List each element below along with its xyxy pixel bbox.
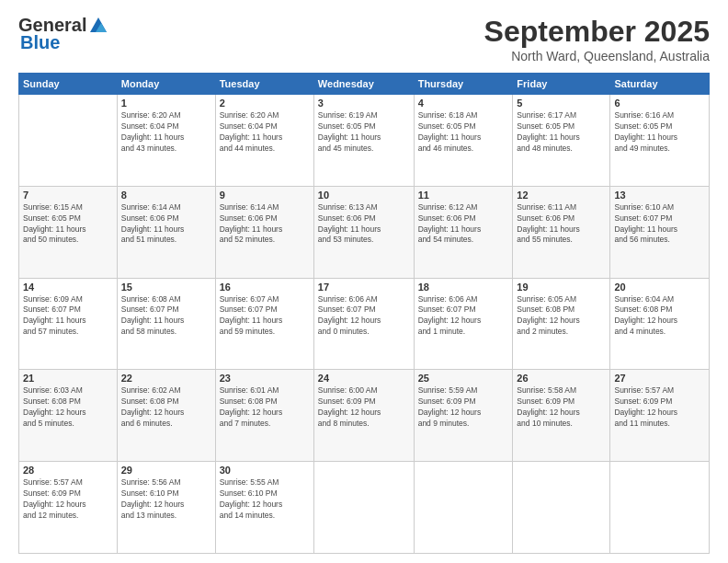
day-info: Sunrise: 6:01 AM Sunset: 6:08 PM Dayligh… <box>220 385 310 430</box>
calendar-cell: 13Sunrise: 6:10 AM Sunset: 6:07 PM Dayli… <box>610 186 710 278</box>
day-info: Sunrise: 6:05 AM Sunset: 6:08 PM Dayligh… <box>517 294 606 339</box>
day-info: Sunrise: 6:11 AM Sunset: 6:06 PM Dayligh… <box>517 202 606 247</box>
calendar-cell: 20Sunrise: 6:04 AM Sunset: 6:08 PM Dayli… <box>610 278 710 370</box>
day-info: Sunrise: 5:58 AM Sunset: 6:09 PM Dayligh… <box>517 385 606 430</box>
day-info: Sunrise: 6:15 AM Sunset: 6:05 PM Dayligh… <box>23 202 113 247</box>
calendar-cell: 8Sunrise: 6:14 AM Sunset: 6:06 PM Daylig… <box>117 186 215 278</box>
calendar-cell: 4Sunrise: 6:18 AM Sunset: 6:05 PM Daylig… <box>414 95 513 187</box>
day-info: Sunrise: 5:56 AM Sunset: 6:10 PM Dayligh… <box>121 477 211 522</box>
calendar-table: Sunday Monday Tuesday Wednesday Thursday… <box>18 73 710 554</box>
day-info: Sunrise: 5:55 AM Sunset: 6:10 PM Dayligh… <box>220 477 310 522</box>
calendar-cell: 22Sunrise: 6:02 AM Sunset: 6:08 PM Dayli… <box>117 370 215 462</box>
day-number: 11 <box>418 190 509 201</box>
day-info: Sunrise: 5:59 AM Sunset: 6:09 PM Dayligh… <box>418 385 509 430</box>
calendar-cell: 27Sunrise: 5:57 AM Sunset: 6:09 PM Dayli… <box>610 370 710 462</box>
week-row-4: 21Sunrise: 6:03 AM Sunset: 6:08 PM Dayli… <box>19 370 710 462</box>
day-number: 29 <box>121 465 211 476</box>
day-info: Sunrise: 6:09 AM Sunset: 6:07 PM Dayligh… <box>23 294 113 339</box>
calendar-cell: 29Sunrise: 5:56 AM Sunset: 6:10 PM Dayli… <box>117 462 215 554</box>
day-number: 27 <box>614 373 705 384</box>
day-info: Sunrise: 6:18 AM Sunset: 6:05 PM Dayligh… <box>418 110 509 155</box>
day-number: 4 <box>418 98 509 109</box>
day-info: Sunrise: 6:14 AM Sunset: 6:06 PM Dayligh… <box>121 202 211 247</box>
week-row-3: 14Sunrise: 6:09 AM Sunset: 6:07 PM Dayli… <box>19 278 710 370</box>
day-number: 19 <box>517 282 606 293</box>
calendar-cell: 2Sunrise: 6:20 AM Sunset: 6:04 PM Daylig… <box>215 95 313 187</box>
day-number: 8 <box>121 190 211 201</box>
calendar-cell: 9Sunrise: 6:14 AM Sunset: 6:06 PM Daylig… <box>215 186 313 278</box>
calendar-cell: 16Sunrise: 6:07 AM Sunset: 6:07 PM Dayli… <box>215 278 313 370</box>
day-number: 23 <box>220 373 310 384</box>
calendar-cell: 30Sunrise: 5:55 AM Sunset: 6:10 PM Dayli… <box>215 462 313 554</box>
day-info: Sunrise: 6:06 AM Sunset: 6:07 PM Dayligh… <box>318 294 410 339</box>
logo-blue: Blue <box>18 32 60 53</box>
day-number: 10 <box>318 190 410 201</box>
col-friday: Friday <box>513 74 610 95</box>
week-row-2: 7Sunrise: 6:15 AM Sunset: 6:05 PM Daylig… <box>19 186 710 278</box>
calendar-cell: 19Sunrise: 6:05 AM Sunset: 6:08 PM Dayli… <box>513 278 610 370</box>
day-number: 21 <box>23 373 113 384</box>
week-row-1: 1Sunrise: 6:20 AM Sunset: 6:04 PM Daylig… <box>19 95 710 187</box>
calendar-cell: 17Sunrise: 6:06 AM Sunset: 6:07 PM Dayli… <box>313 278 414 370</box>
day-number: 7 <box>23 190 113 201</box>
calendar-cell: 21Sunrise: 6:03 AM Sunset: 6:08 PM Dayli… <box>19 370 118 462</box>
calendar-header-row: Sunday Monday Tuesday Wednesday Thursday… <box>19 74 710 95</box>
day-number: 6 <box>614 98 705 109</box>
day-info: Sunrise: 6:20 AM Sunset: 6:04 PM Dayligh… <box>220 110 310 155</box>
day-number: 2 <box>220 98 310 109</box>
day-number: 3 <box>318 98 410 109</box>
day-info: Sunrise: 6:16 AM Sunset: 6:05 PM Dayligh… <box>614 110 705 155</box>
calendar-cell <box>414 462 513 554</box>
day-info: Sunrise: 6:19 AM Sunset: 6:05 PM Dayligh… <box>318 110 410 155</box>
col-thursday: Thursday <box>414 74 513 95</box>
calendar-cell: 23Sunrise: 6:01 AM Sunset: 6:08 PM Dayli… <box>215 370 313 462</box>
calendar-cell: 11Sunrise: 6:12 AM Sunset: 6:06 PM Dayli… <box>414 186 513 278</box>
day-info: Sunrise: 6:12 AM Sunset: 6:06 PM Dayligh… <box>418 202 509 247</box>
day-number: 5 <box>517 98 606 109</box>
col-saturday: Saturday <box>610 74 710 95</box>
location: North Ward, Queensland, Australia <box>484 49 710 63</box>
calendar-cell <box>610 462 710 554</box>
col-monday: Monday <box>117 74 215 95</box>
day-info: Sunrise: 6:06 AM Sunset: 6:07 PM Dayligh… <box>418 294 509 339</box>
calendar-cell: 5Sunrise: 6:17 AM Sunset: 6:05 PM Daylig… <box>513 95 610 187</box>
day-number: 30 <box>220 465 310 476</box>
month-title: September 2025 <box>484 15 710 49</box>
calendar-cell: 7Sunrise: 6:15 AM Sunset: 6:05 PM Daylig… <box>19 186 118 278</box>
calendar-cell: 28Sunrise: 5:57 AM Sunset: 6:09 PM Dayli… <box>19 462 118 554</box>
day-number: 20 <box>614 282 705 293</box>
day-info: Sunrise: 6:04 AM Sunset: 6:08 PM Dayligh… <box>614 294 705 339</box>
day-number: 26 <box>517 373 606 384</box>
day-number: 28 <box>23 465 113 476</box>
day-info: Sunrise: 6:00 AM Sunset: 6:09 PM Dayligh… <box>318 385 410 430</box>
day-number: 15 <box>121 282 211 293</box>
day-info: Sunrise: 5:57 AM Sunset: 6:09 PM Dayligh… <box>614 385 705 430</box>
calendar-cell: 10Sunrise: 6:13 AM Sunset: 6:06 PM Dayli… <box>313 186 414 278</box>
title-block: September 2025 North Ward, Queensland, A… <box>484 15 710 63</box>
day-info: Sunrise: 6:08 AM Sunset: 6:07 PM Dayligh… <box>121 294 211 339</box>
day-info: Sunrise: 5:57 AM Sunset: 6:09 PM Dayligh… <box>23 477 113 522</box>
day-number: 1 <box>121 98 211 109</box>
col-sunday: Sunday <box>19 74 118 95</box>
day-number: 16 <box>220 282 310 293</box>
col-tuesday: Tuesday <box>215 74 313 95</box>
logo: General Blue <box>18 15 108 53</box>
day-info: Sunrise: 6:14 AM Sunset: 6:06 PM Dayligh… <box>220 202 310 247</box>
calendar-cell: 3Sunrise: 6:19 AM Sunset: 6:05 PM Daylig… <box>313 95 414 187</box>
calendar-cell <box>19 95 118 187</box>
calendar-cell: 14Sunrise: 6:09 AM Sunset: 6:07 PM Dayli… <box>19 278 118 370</box>
calendar-cell: 24Sunrise: 6:00 AM Sunset: 6:09 PM Dayli… <box>313 370 414 462</box>
calendar-cell: 6Sunrise: 6:16 AM Sunset: 6:05 PM Daylig… <box>610 95 710 187</box>
day-info: Sunrise: 6:07 AM Sunset: 6:07 PM Dayligh… <box>220 294 310 339</box>
day-number: 22 <box>121 373 211 384</box>
day-number: 9 <box>220 190 310 201</box>
calendar-cell: 18Sunrise: 6:06 AM Sunset: 6:07 PM Dayli… <box>414 278 513 370</box>
calendar-cell <box>313 462 414 554</box>
col-wednesday: Wednesday <box>313 74 414 95</box>
calendar-cell: 25Sunrise: 5:59 AM Sunset: 6:09 PM Dayli… <box>414 370 513 462</box>
day-number: 14 <box>23 282 113 293</box>
day-info: Sunrise: 6:02 AM Sunset: 6:08 PM Dayligh… <box>121 385 211 430</box>
calendar-cell: 1Sunrise: 6:20 AM Sunset: 6:04 PM Daylig… <box>117 95 215 187</box>
day-info: Sunrise: 6:20 AM Sunset: 6:04 PM Dayligh… <box>121 110 211 155</box>
day-number: 17 <box>318 282 410 293</box>
